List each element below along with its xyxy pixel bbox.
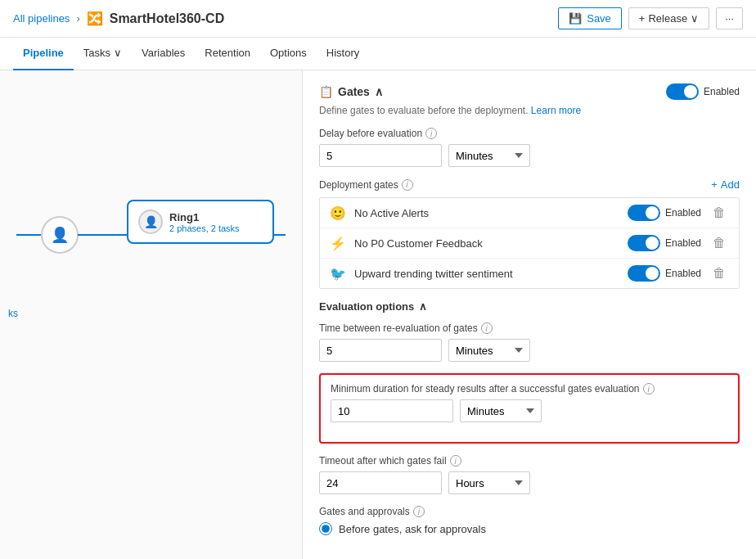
stage-icon: 👤 (138, 210, 163, 234)
timeout-unit-select[interactable]: Hours Minutes Days (448, 471, 530, 494)
gate-item-no-p0-feedback: ⚡ No P0 Customer Feedback Enabled 🗑 (320, 228, 739, 259)
pipeline-title: SmartHotel360-CD (110, 11, 224, 26)
gates-approvals-label: Gates and approvals i (319, 506, 740, 517)
deploy-gates-header: Deployment gates i + Add (319, 178, 740, 191)
twitter-sentiment-toggle-container: Enabled (628, 265, 701, 282)
more-button[interactable]: ··· (716, 7, 743, 29)
gates-approvals-info-icon[interactable]: i (413, 506, 425, 517)
re-evaluation-info-icon[interactable]: i (481, 322, 493, 334)
no-active-alerts-icon: 🙂 (330, 205, 346, 221)
delay-info-icon[interactable]: i (425, 128, 437, 139)
min-duration-highlight-box: Minimum duration for steady results afte… (319, 373, 740, 444)
timeout-info-icon[interactable]: i (450, 455, 461, 467)
min-duration-input-row: Minutes Hours Days (331, 399, 728, 422)
min-duration-unit-select[interactable]: Minutes Hours Days (460, 399, 542, 422)
tab-variables[interactable]: Variables (132, 38, 195, 70)
no-active-alerts-delete-icon[interactable]: 🗑 (709, 205, 729, 220)
tab-pipeline[interactable]: Pipeline (13, 38, 74, 70)
twitter-sentiment-enabled-label: Enabled (665, 268, 701, 279)
twitter-sentiment-icon: 🐦 (330, 266, 346, 282)
no-active-alerts-toggle[interactable] (628, 205, 660, 221)
stage-node-header: 👤 Ring1 2 phases, 2 tasks (138, 210, 263, 234)
deployment-gates-section: Deployment gates i + Add 🙂 No Active Ale… (319, 178, 740, 289)
no-active-alerts-toggle-container: Enabled (628, 205, 701, 221)
delay-unit-select[interactable]: Minutes Hours Days (448, 144, 530, 167)
connector-line (78, 234, 127, 236)
before-gates-radio-row: Before gates, ask for approvals (319, 522, 740, 535)
add-gate-plus-icon: + (711, 178, 718, 191)
gates-list: 🙂 No Active Alerts Enabled 🗑 ⚡ No P0 Cus… (319, 197, 740, 289)
no-p0-feedback-toggle-container: Enabled (628, 235, 701, 251)
twitter-sentiment-toggle[interactable] (628, 265, 660, 282)
no-p0-feedback-icon: ⚡ (330, 236, 346, 251)
re-evaluation-input-row: Minutes Hours Days (319, 339, 740, 362)
min-duration-info-icon[interactable]: i (643, 383, 655, 394)
gates-section-header: 📋 Gates ∧ Enabled (319, 83, 740, 100)
gates-icon: 📋 (319, 85, 333, 98)
gate-item-no-active-alerts: 🙂 No Active Alerts Enabled 🗑 (320, 198, 739, 228)
stage-node[interactable]: 👤 Ring1 2 phases, 2 tasks (127, 200, 274, 244)
re-evaluation-label: Time between re-evaluation of gates i (319, 322, 740, 334)
no-active-alerts-enabled-label: Enabled (665, 207, 701, 219)
delay-input-row: Minutes Hours Days (319, 144, 740, 167)
gates-description: Define gates to evaluate before the depl… (319, 105, 740, 116)
person-node[interactable]: 👤 (41, 216, 79, 254)
add-icon: + (639, 12, 646, 25)
nav-tabs: Pipeline Tasks ∨ Variables Retention Opt… (0, 38, 756, 70)
stage-type-icon: 👤 (144, 215, 158, 228)
min-duration-field-row: Minimum duration for steady results afte… (331, 383, 728, 422)
main-layout: 👤 👤 Ring1 2 phases, 2 tasks ks (0, 70, 756, 559)
gates-title: 📋 Gates ∧ (319, 85, 383, 98)
delay-field-row: Delay before evaluation i Minutes Hours … (319, 128, 740, 167)
breadcrumb-link[interactable]: All pipelines (13, 12, 70, 25)
no-p0-feedback-toggle[interactable] (628, 235, 660, 251)
tasks-label[interactable]: ks (8, 308, 18, 319)
right-panel: 📋 Gates ∧ Enabled Define gates to evalua… (303, 70, 756, 559)
release-button[interactable]: + Release ∨ (628, 7, 709, 29)
before-gates-radio[interactable] (319, 522, 332, 535)
deploy-gates-label: Deployment gates i (319, 179, 413, 191)
min-duration-value-input[interactable] (331, 399, 453, 422)
save-icon: 💾 (569, 12, 582, 25)
min-duration-label: Minimum duration for steady results afte… (331, 383, 728, 394)
gates-enabled-toggle[interactable] (666, 83, 699, 100)
save-button[interactable]: 💾 Save (558, 7, 622, 29)
stage-name: Ring1 (169, 211, 263, 223)
gate-name-no-active-alerts: No Active Alerts (354, 207, 619, 219)
tab-options[interactable]: Options (260, 38, 317, 70)
canvas-area: 👤 👤 Ring1 2 phases, 2 tasks ks (0, 70, 302, 559)
stage-meta: 2 phases, 2 tasks (169, 223, 263, 233)
re-evaluation-value-input[interactable] (319, 339, 442, 362)
add-gate-button[interactable]: + Add (711, 178, 740, 191)
timeout-label: Timeout after which gates fail i (319, 455, 740, 467)
re-evaluation-unit-select[interactable]: Minutes Hours Days (448, 339, 530, 362)
timeout-input-row: Hours Minutes Days (319, 471, 740, 494)
timeout-value-input[interactable] (319, 471, 442, 494)
breadcrumb-separator: › (76, 12, 79, 25)
no-p0-feedback-delete-icon[interactable]: 🗑 (709, 236, 729, 250)
eval-collapse-icon: ∧ (419, 300, 427, 313)
re-evaluation-field-row: Time between re-evaluation of gates i Mi… (319, 322, 740, 362)
tab-tasks[interactable]: Tasks ∨ (74, 38, 132, 70)
tasks-chevron-icon: ∨ (114, 47, 122, 59)
pipeline-canvas: 👤 👤 Ring1 2 phases, 2 tasks ks (0, 70, 303, 559)
gate-name-no-p0-feedback: No P0 Customer Feedback (354, 237, 619, 250)
gates-enabled-label: Enabled (704, 86, 740, 97)
twitter-sentiment-delete-icon[interactable]: 🗑 (709, 266, 729, 281)
evaluation-options-header[interactable]: Evaluation options ∧ (319, 300, 740, 313)
delay-value-input[interactable] (319, 144, 442, 167)
top-bar-right: 💾 Save + Release ∨ ··· (558, 7, 743, 29)
deploy-gates-info-icon[interactable]: i (402, 179, 413, 191)
learn-more-link[interactable]: Learn more (531, 105, 581, 116)
tab-history[interactable]: History (317, 38, 369, 70)
delay-label: Delay before evaluation i (319, 128, 740, 139)
collapse-icon[interactable]: ∧ (375, 85, 383, 98)
timeout-field-row: Timeout after which gates fail i Hours M… (319, 455, 740, 494)
before-gates-label: Before gates, ask for approvals (339, 523, 486, 535)
chevron-down-icon: ∨ (691, 12, 699, 25)
top-bar-left: All pipelines › 🔀 SmartHotel360-CD (13, 11, 224, 26)
person-icon: 👤 (51, 226, 69, 244)
evaluation-options-section: Evaluation options ∧ Time between re-eva… (319, 300, 740, 535)
gates-enabled-toggle-container: Enabled (666, 83, 740, 100)
tab-retention[interactable]: Retention (195, 38, 260, 70)
